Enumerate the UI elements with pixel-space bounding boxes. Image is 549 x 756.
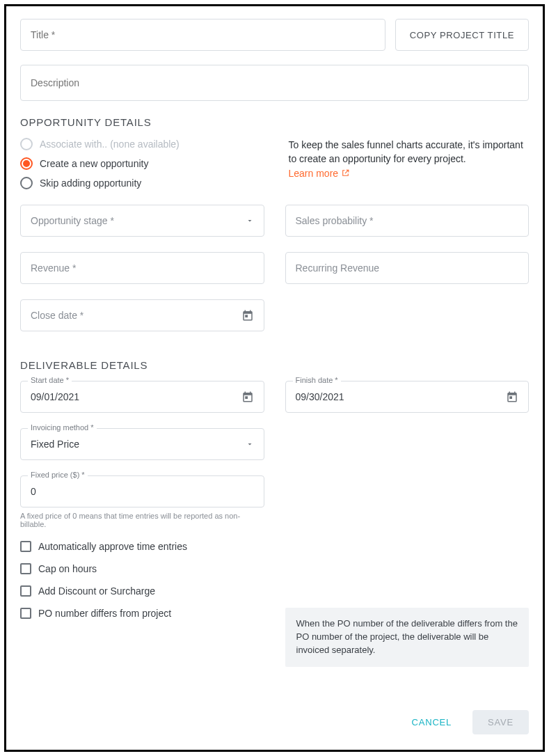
checkbox-label: PO number differs from project (38, 608, 171, 619)
fixed-price-helper: A fixed price of 0 means that time entri… (20, 512, 264, 528)
invoicing-method-select[interactable]: Invoicing method * Fixed Price (20, 428, 264, 460)
learn-more-link[interactable]: Learn more (289, 166, 351, 180)
sales-probability-input[interactable]: Sales probability * (285, 205, 530, 237)
description-input-wrapper[interactable] (20, 65, 529, 101)
checkbox-icon (20, 541, 31, 552)
opportunity-stage-select[interactable]: Opportunity stage * (20, 205, 264, 237)
checkbox-icon (20, 585, 31, 597)
invoicing-method-value: Fixed Price (31, 439, 246, 450)
checkbox-icon (20, 563, 31, 574)
checkbox-icon (20, 608, 31, 619)
radio-icon (20, 177, 33, 189)
checkbox-label: Automatically approve time entries (38, 541, 187, 552)
checkbox-auto-approve[interactable]: Automatically approve time entries (20, 541, 529, 552)
checkbox-label: Cap on hours (38, 563, 97, 574)
radio-create-opportunity[interactable]: Create a new opportunity (20, 157, 261, 170)
start-date-input[interactable]: Start date * 09/01/2021 (20, 381, 264, 413)
chevron-down-icon (246, 216, 254, 225)
calendar-icon (506, 391, 518, 403)
finish-date-value: 09/30/2021 (296, 391, 507, 402)
title-input[interactable] (31, 29, 375, 40)
calendar-icon (241, 391, 254, 403)
calendar-icon (241, 309, 254, 322)
floating-label: Finish date * (293, 376, 341, 384)
revenue-input[interactable]: Revenue * (20, 252, 264, 284)
close-date-input[interactable]: Close date * (20, 299, 264, 331)
radio-icon (20, 157, 33, 170)
recurring-revenue-input[interactable]: Recurring Revenue (285, 252, 530, 284)
field-placeholder: Opportunity stage * (31, 215, 246, 226)
checkbox-label: Add Discount or Surcharge (38, 585, 155, 597)
checkbox-discount-surcharge[interactable]: Add Discount or Surcharge (20, 585, 529, 597)
description-input[interactable] (31, 77, 518, 88)
start-date-value: 09/01/2021 (31, 391, 241, 402)
field-placeholder: Recurring Revenue (296, 262, 519, 274)
field-placeholder: Close date * (31, 310, 241, 321)
po-number-tooltip: When the PO number of the deliverable di… (285, 608, 530, 667)
save-button[interactable]: SAVE (472, 710, 529, 734)
floating-label: Start date * (28, 376, 72, 384)
radio-skip-opportunity[interactable]: Skip adding opportunity (20, 177, 261, 189)
cancel-button[interactable]: CANCEL (408, 711, 456, 733)
chevron-down-icon (246, 440, 254, 448)
finish-date-input[interactable]: Finish date * 09/30/2021 (285, 381, 530, 413)
floating-label: Invoicing method * (28, 423, 97, 432)
radio-label: Skip adding opportunity (40, 178, 141, 189)
checkbox-cap-hours[interactable]: Cap on hours (20, 563, 529, 574)
deliverable-section-title: DELIVERABLE DETAILS (20, 359, 529, 371)
info-text-content: To keep the sales funnel charts accurate… (289, 139, 523, 164)
field-placeholder: Revenue * (31, 262, 254, 274)
field-placeholder: Sales probability * (296, 215, 519, 226)
checkbox-po-number-differs[interactable]: PO number differs from project (20, 608, 264, 619)
learn-more-label: Learn more (289, 166, 339, 180)
radio-label: Associate with.. (none available) (40, 139, 180, 150)
opportunity-info-text: To keep the sales funnel charts accurate… (289, 138, 530, 180)
fixed-price-value: 0 (31, 486, 254, 497)
radio-label: Create a new opportunity (40, 158, 148, 169)
radio-icon (20, 138, 33, 150)
title-input-wrapper[interactable] (20, 19, 385, 51)
external-link-icon (341, 168, 350, 178)
fixed-price-input[interactable]: Fixed price ($) * 0 (20, 475, 264, 507)
copy-project-title-button[interactable]: COPY PROJECT TITLE (395, 19, 529, 51)
radio-associate-with: Associate with.. (none available) (20, 138, 261, 150)
floating-label: Fixed price ($) * (28, 471, 88, 479)
opportunity-section-title: OPPORTUNITY DETAILS (20, 116, 529, 128)
